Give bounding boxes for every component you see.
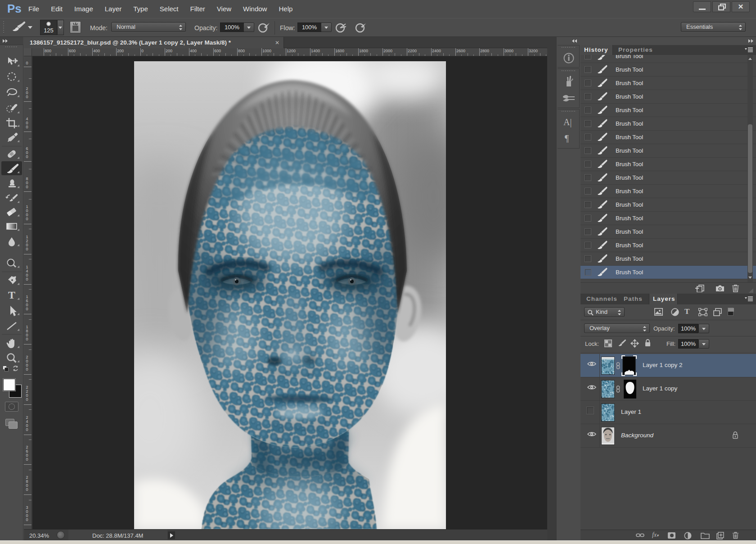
svg-text:T: T (8, 289, 15, 301)
